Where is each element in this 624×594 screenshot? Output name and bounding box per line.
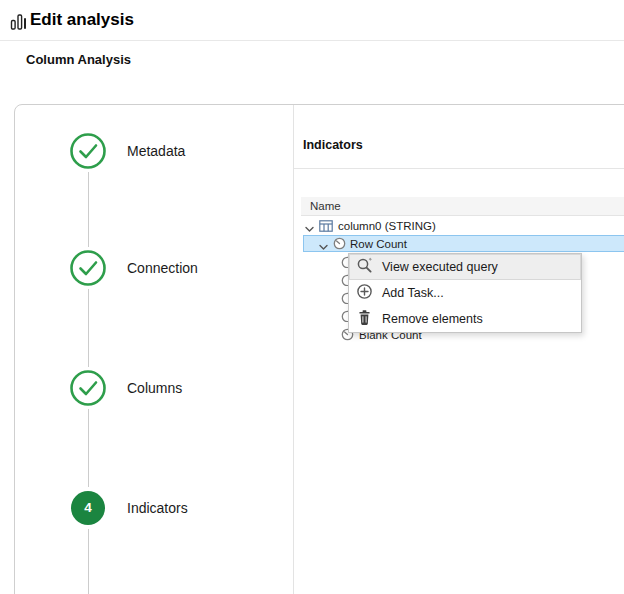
step-connector	[88, 529, 89, 594]
chevron-down-icon[interactable]	[305, 223, 314, 235]
tree-row-column0[interactable]: column0 (STRING)	[303, 218, 624, 235]
menu-item-label: View executed query	[382, 260, 498, 274]
indicator-icon	[341, 291, 348, 304]
section-title: Column Analysis	[26, 52, 131, 67]
chevron-down-icon[interactable]	[319, 241, 328, 253]
indicators-title-divider	[294, 168, 624, 169]
panel-vertical-divider	[293, 105, 294, 594]
step-connector	[88, 289, 89, 367]
tree-row-label: Row Count	[350, 237, 407, 252]
context-menu: View executed query Add Task...	[348, 253, 582, 333]
step-label-connection[interactable]: Connection	[127, 258, 198, 278]
indicators-panel-title: Indicators	[303, 138, 363, 152]
step-metadata[interactable]	[69, 132, 107, 174]
step-connector	[88, 172, 89, 247]
check-circle-icon	[69, 249, 107, 287]
indicator-icon	[341, 309, 348, 322]
add-circle-icon	[356, 283, 373, 303]
indicator-icon	[341, 255, 348, 268]
column-header-name[interactable]: Name	[301, 197, 624, 216]
step-columns[interactable]	[69, 369, 107, 411]
indicator-icon	[341, 273, 348, 286]
bar-chart-icon	[10, 13, 27, 35]
step-connector	[88, 409, 89, 487]
check-circle-icon	[69, 132, 107, 170]
step-label-indicators[interactable]: Indicators	[127, 498, 188, 518]
menu-item-remove-elements[interactable]: Remove elements	[349, 306, 581, 332]
table-icon	[319, 220, 333, 234]
menu-item-label: Add Task...	[382, 286, 444, 300]
header-divider	[0, 40, 624, 41]
tree-row-label: column0 (STRING)	[338, 219, 436, 234]
check-circle-icon	[69, 369, 107, 407]
menu-item-view-executed-query[interactable]: View executed query	[349, 254, 581, 280]
edit-analysis-window: Edit analysis Column Analysis Metadata C…	[0, 0, 624, 594]
step-label-metadata[interactable]: Metadata	[127, 141, 185, 161]
step-number: 4	[69, 489, 107, 527]
step-connection[interactable]	[69, 249, 107, 291]
menu-item-label: Remove elements	[382, 312, 483, 326]
tree-row-row-count[interactable]: Row Count	[303, 235, 624, 252]
magnifier-icon	[356, 257, 373, 277]
step-label-columns[interactable]: Columns	[127, 378, 182, 398]
page-title: Edit analysis	[30, 10, 134, 30]
indicator-icon	[333, 237, 346, 252]
menu-item-add-task[interactable]: Add Task...	[349, 280, 581, 306]
trash-icon	[356, 309, 373, 329]
